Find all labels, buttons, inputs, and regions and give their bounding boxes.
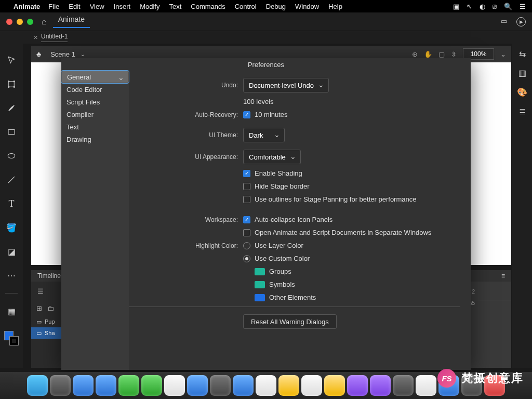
menu-commands[interactable]: Commands <box>191 3 225 10</box>
workspace-switcher-icon[interactable]: ▭ <box>501 17 507 26</box>
workspace-tab[interactable]: Animate <box>53 15 90 28</box>
stroke-color-swatch[interactable] <box>9 336 19 345</box>
dock-finder-icon[interactable] <box>27 375 48 396</box>
window-minimize-button[interactable] <box>17 19 23 25</box>
autocollapse-checkbox[interactable]: ✓ <box>243 216 250 223</box>
app-name[interactable]: Animate <box>14 3 40 10</box>
separate-windows-checkbox[interactable] <box>243 229 250 236</box>
text-tool-icon[interactable]: T <box>5 197 18 210</box>
uiappearance-select[interactable]: Comfortable <box>243 150 301 164</box>
menu-help[interactable]: Help <box>328 3 342 10</box>
free-transform-tool-icon[interactable] <box>5 78 18 90</box>
line-tool-icon[interactable] <box>5 174 18 186</box>
zoom-stepper-icon[interactable]: ⇳ <box>451 50 457 58</box>
groups-color-swatch[interactable] <box>255 268 265 275</box>
dock-podcasts-icon[interactable] <box>370 375 391 396</box>
pref-category-code-editor[interactable]: Code Editor <box>61 83 129 96</box>
dock-mail-icon[interactable] <box>96 375 116 396</box>
camera-tool-icon[interactable]: ▦ <box>5 305 18 317</box>
dock-safari-icon[interactable] <box>73 375 94 396</box>
hide-stage-border-checkbox[interactable] <box>243 183 250 190</box>
oval-tool-icon[interactable] <box>5 150 18 162</box>
close-tab-icon[interactable]: ✕ <box>33 34 38 41</box>
dock-reminders-icon[interactable] <box>187 375 208 396</box>
dock-notes-icon[interactable] <box>278 375 299 396</box>
scene-icon[interactable]: ♣ <box>36 50 41 58</box>
menu-text[interactable]: Text <box>169 3 181 10</box>
zoom-dropdown-icon[interactable]: ⌄ <box>500 50 506 58</box>
dock-tv-icon[interactable] <box>393 375 414 396</box>
dock-news-icon[interactable] <box>416 375 436 396</box>
dock-pages-icon[interactable] <box>301 375 322 396</box>
play-icon[interactable]: ▶ <box>516 17 526 26</box>
folder-icon[interactable]: 🗀 <box>47 304 54 312</box>
reset-warnings-button[interactable]: Reset All Warning Dialogs <box>243 314 337 329</box>
use-layer-color-radio[interactable] <box>243 242 250 249</box>
window-close-button[interactable] <box>6 19 12 25</box>
svg-point-6 <box>8 154 15 158</box>
add-layer-icon[interactable]: ⊞ <box>36 304 42 312</box>
enable-shading-checkbox[interactable]: ✓ <box>243 170 250 177</box>
dock-stickies-icon[interactable] <box>324 375 345 396</box>
rectangle-tool-icon[interactable] <box>5 126 18 138</box>
badge-logo: FS <box>437 369 456 388</box>
eraser-tool-icon[interactable]: ◪ <box>5 245 18 258</box>
brush-tool-icon[interactable] <box>5 102 18 114</box>
rotate-icon[interactable]: ✋ <box>424 50 432 58</box>
timeline-menu-icon[interactable]: ≡ <box>501 272 505 280</box>
control-center-icon[interactable]: ☰ <box>520 3 526 10</box>
paint-bucket-tool-icon[interactable]: 🪣 <box>5 221 18 234</box>
dock-contacts-icon[interactable] <box>164 375 185 396</box>
spotlight-icon[interactable]: 🔍 <box>504 3 512 10</box>
screen-share-icon[interactable]: ▣ <box>453 3 459 10</box>
dock-music-icon[interactable] <box>347 375 368 396</box>
dock-messages-icon[interactable] <box>118 375 139 396</box>
menu-edit[interactable]: Edit <box>69 3 80 10</box>
use-outlines-checkbox[interactable] <box>243 196 250 203</box>
scene-dropdown-icon[interactable]: ⌄ <box>81 51 85 57</box>
pref-category-script-files[interactable]: Script Files <box>61 96 129 108</box>
window-zoom-button[interactable] <box>27 19 33 25</box>
pref-category-general[interactable]: General <box>61 71 129 83</box>
align-panel-icon[interactable]: ≣ <box>519 107 526 116</box>
menu-file[interactable]: File <box>48 3 59 10</box>
selection-tool-icon[interactable] <box>5 54 18 66</box>
dock-maps-icon[interactable] <box>233 375 254 396</box>
uitheme-select[interactable]: Dark <box>243 128 285 142</box>
color-panel-icon[interactable]: 🎨 <box>517 87 527 97</box>
menu-view[interactable]: View <box>90 3 104 10</box>
airplay-icon[interactable]: ⎚ <box>493 3 497 10</box>
pref-category-compiler[interactable]: Compiler <box>61 108 129 121</box>
cursor-icon[interactable]: ↖ <box>467 3 472 10</box>
scene-name[interactable]: Scene 1 <box>50 50 75 58</box>
properties-panel-icon[interactable]: ⇆ <box>519 49 526 59</box>
undo-select[interactable]: Document-level Undo <box>243 78 329 92</box>
pref-category-drawing[interactable]: Drawing <box>61 133 129 145</box>
color-swatches[interactable] <box>4 331 19 345</box>
dock-photos-icon[interactable] <box>210 375 231 396</box>
watermark-badge: FS 梵摄创意库 <box>437 369 524 388</box>
autorecovery-checkbox[interactable]: ✓ <box>243 111 250 118</box>
clip-icon[interactable]: ▢ <box>438 50 445 58</box>
use-custom-color-radio[interactable] <box>243 255 250 262</box>
menu-debug[interactable]: Debug <box>266 3 286 10</box>
menu-insert[interactable]: Insert <box>114 3 131 10</box>
dock-facetime-icon[interactable] <box>141 375 162 396</box>
menu-control[interactable]: Control <box>235 3 257 10</box>
more-tools-icon[interactable]: ⋯ <box>5 269 18 282</box>
center-stage-icon[interactable]: ⊕ <box>412 50 418 58</box>
autocollapse-label: Auto-collapse Icon Panels <box>255 216 332 223</box>
menu-modify[interactable]: Modify <box>140 3 159 10</box>
creative-cloud-icon[interactable]: ◐ <box>480 3 485 10</box>
symbols-color-swatch[interactable] <box>255 281 265 288</box>
dock-calendar-icon[interactable] <box>256 375 276 396</box>
dock-launchpad-icon[interactable] <box>50 375 71 396</box>
library-panel-icon[interactable]: ▥ <box>518 68 526 78</box>
document-tab[interactable]: Untitled-1 <box>41 33 68 42</box>
pref-category-text[interactable]: Text <box>61 121 129 133</box>
home-icon[interactable]: ⌂ <box>42 17 47 26</box>
menu-window[interactable]: Window <box>295 3 319 10</box>
uiappearance-label: UI Appearance: <box>129 153 243 161</box>
other-color-swatch[interactable] <box>255 294 265 301</box>
layers-icon[interactable]: ☰ <box>37 287 44 295</box>
